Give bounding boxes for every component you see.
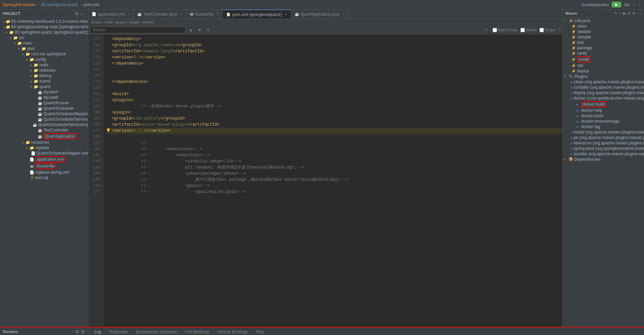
tree-item[interactable]: ☕QuartzRunner <box>0 100 88 106</box>
maven-plugin-item[interactable]: ▸jar (org.apache.maven.plugins:maven-jar… <box>563 135 644 140</box>
tree-item[interactable]: ▸📁redis <box>0 62 88 68</box>
tree-item[interactable]: 📄application.yml <box>0 156 88 163</box>
match-case-option[interactable]: Match Case <box>493 28 518 32</box>
editor-tab[interactable]: 📄application.yml✕ <box>88 10 134 19</box>
search-prev-btn[interactable]: ▲ <box>187 27 194 33</box>
maven-plugin-item[interactable]: ▸docker:tag <box>563 124 644 129</box>
tree-item[interactable]: ▾📁85.springboot-quartz [springboot-quart… <box>0 30 88 35</box>
maven-lifecycle-item[interactable]: ⚡clean <box>563 23 644 29</box>
maven-lifecycle-item[interactable]: ⚡validate <box>563 29 644 34</box>
run-button[interactable]: ▶ <box>612 2 621 7</box>
tree-item[interactable]: ☕MyJobB <box>0 95 88 100</box>
maven-plugin-item[interactable]: ▸docker:push <box>563 113 644 119</box>
tree-item[interactable]: ▾📁main <box>0 40 88 46</box>
log-tab[interactable]: Log <box>91 328 105 335</box>
maven-lifecycle-item[interactable]: ⚡site <box>563 63 644 68</box>
maven-plugin-item[interactable]: ▸install (org.apache.maven.plugins:maven… <box>563 129 644 135</box>
tree-item[interactable]: ☕TestController <box>0 127 88 133</box>
code-content[interactable]: <dependency> <groupId>org.apache.commons… <box>104 35 563 327</box>
maven-run-icon[interactable]: ▶ <box>623 11 626 16</box>
tree-item[interactable]: ☕QuartzScheduler <box>0 106 88 111</box>
maven-plugin-item[interactable]: ▸clean (org.apache.maven.plugins:maven-c… <box>563 79 644 85</box>
tab-close-icon[interactable]: ✕ <box>285 13 288 16</box>
tab-close-icon[interactable]: ✕ <box>342 12 345 16</box>
search-filter-icon[interactable]: ⚐ <box>483 27 490 33</box>
breadcrumb-item[interactable]: plugin <box>130 20 140 24</box>
services-settings-icon[interactable]: ⚙ <box>75 329 79 334</box>
tree-item[interactable]: ☕QuartzSchedulerServiceImpl <box>0 122 88 127</box>
tab-close-icon[interactable]: ✕ <box>180 12 182 16</box>
maven-lifecycle-item[interactable]: ⚡install <box>563 56 644 63</box>
maven-add-icon[interactable]: + <box>619 11 622 16</box>
breadcrumb-item[interactable]: project <box>91 20 102 24</box>
editor-tab[interactable]: 🐳Dockerfile✕ <box>186 10 223 19</box>
maven-skip-icon[interactable]: ⊘ <box>627 11 631 16</box>
editor-tab[interactable]: ☕QuartApplication.java✕ <box>291 10 349 19</box>
search-next-btn[interactable]: ▼ <box>196 27 203 33</box>
maven-refresh-icon[interactable]: ↻ <box>614 11 618 16</box>
tab-close-icon[interactable]: ✕ <box>216 12 219 16</box>
tab-close-icon[interactable]: ✕ <box>127 12 130 16</box>
search-close-btn[interactable]: ✕ <box>205 27 211 33</box>
tree-item[interactable]: 🐳Dockerfile <box>0 163 88 170</box>
tree-item[interactable]: ▸📁feilong <box>0 73 88 78</box>
maven-lifecycle-item[interactable]: ⚡test <box>563 40 644 45</box>
tree-item[interactable]: ▾📁java <box>0 46 88 51</box>
editor-tab[interactable]: ☕TestController.java✕ <box>134 10 186 19</box>
sidebar-collapse-icon[interactable]: — <box>80 11 85 16</box>
regex-checkbox[interactable] <box>539 28 544 32</box>
tree-item[interactable]: ☕QuartzSchedulerService <box>0 117 88 122</box>
search-input[interactable] <box>90 27 185 33</box>
maven-plugin-item[interactable]: ▸deploy (org.apache.maven.plugins:maven-… <box>563 90 644 95</box>
maven-plugin-item[interactable]: ▸docker:build <box>563 101 644 108</box>
maven-lifecycle-item[interactable]: ⚡compile <box>563 34 644 40</box>
tree-item[interactable]: ▾📁com.niu.springboot <box>0 51 88 57</box>
breadcrumb-item[interactable]: plugins <box>115 20 127 24</box>
log-tab[interactable]: Port Bindings <box>182 328 213 335</box>
maven-plugin-item[interactable]: ▸surefire (org.apache.maven.plugins:mave… <box>563 151 644 157</box>
maven-plugin-item[interactable]: ▸resources (org.apache.maven.plugins:mav… <box>563 140 644 146</box>
tree-item[interactable]: ▾📁resources <box>0 140 88 145</box>
breadcrumb-item[interactable]: build <box>105 20 113 24</box>
maven-collapse-icon[interactable]: — <box>637 11 641 16</box>
maven-plugin-item[interactable]: ▸docker:help <box>563 108 644 113</box>
editor-tab[interactable]: 📋pom.xml (springbootquartz)✕ <box>223 10 291 19</box>
services-gear-icon[interactable]: ⚙ <box>81 329 85 334</box>
log-tab[interactable]: Volume Bindings <box>214 328 251 335</box>
tree-item[interactable]: ☕QuartzSchedulerMapper <box>0 111 88 117</box>
log-tab[interactable]: Environment Variables <box>133 328 180 335</box>
maven-plugins-section[interactable]: ▾🔌Plugins <box>563 74 644 79</box>
maven-plugin-item[interactable]: ▸spring-boot (org.springframework.bootsp… <box>563 146 644 151</box>
tree-item[interactable]: 🗄test.sql <box>0 175 88 180</box>
maven-plugin-item[interactable]: ▸compiler (org.apache.maven.plugins:mave… <box>563 85 644 90</box>
tree-item[interactable]: ▸📁redission <box>0 68 88 73</box>
sidebar-gear-icon[interactable]: ⚙ <box>75 11 79 16</box>
code-editor[interactable]: 1221231241251261271281291301311321331341… <box>88 35 563 327</box>
tree-item[interactable]: ▾📁quartz <box>0 84 88 89</box>
maven-lifecycle-item[interactable]: ⚡deploy <box>563 68 644 74</box>
words-option[interactable]: Wdrds <box>520 28 537 32</box>
tree-item[interactable]: ▾📁config <box>0 57 88 62</box>
match-case-checkbox[interactable] <box>493 28 497 32</box>
regex-option[interactable]: Regex <box>539 28 556 32</box>
log-tab[interactable]: Files <box>252 328 268 335</box>
maven-settings-icon[interactable]: ⚙ <box>632 11 636 16</box>
maven-dependencies-section[interactable]: ▸📦Dependencies <box>563 157 644 162</box>
tree-item[interactable]: 📄QuartzSchedulerMapper.xml <box>0 151 88 156</box>
tree-item[interactable]: ▸📁84.springboot-binlog-main [springboot-… <box>0 24 88 30</box>
breadcrumb-item[interactable]: version <box>142 20 154 24</box>
maven-plugin-item[interactable]: ▸docker (com.spotify:docker-maven-plugin… <box>563 95 644 101</box>
log-tab[interactable]: Properties <box>106 328 131 335</box>
tree-item[interactable]: ▾📁src <box>0 35 88 40</box>
tree-item[interactable]: ▾📁mybatis <box>0 145 88 151</box>
tree-item[interactable]: 📄logback-spring.xml <box>0 170 88 175</box>
maven-plugin-item[interactable]: ▸docker:removeImage <box>563 119 644 124</box>
tree-item[interactable]: ☕QuartApplication <box>0 133 88 140</box>
tree-item[interactable]: ▸📁83.rocketmq-dashboard-1.0.0-source-rel… <box>0 19 88 24</box>
maven-lifecycle-item[interactable]: ⚡verify <box>563 51 644 56</box>
maven-lifecycle-section[interactable]: ▾♻Lifecycle <box>563 18 644 23</box>
maven-lifecycle-item[interactable]: ⚡package <box>563 45 644 51</box>
tree-item[interactable]: ▸📁hutool <box>0 78 88 84</box>
words-checkbox[interactable] <box>520 28 525 32</box>
tree-item[interactable]: ☕MyJobA <box>0 89 88 95</box>
